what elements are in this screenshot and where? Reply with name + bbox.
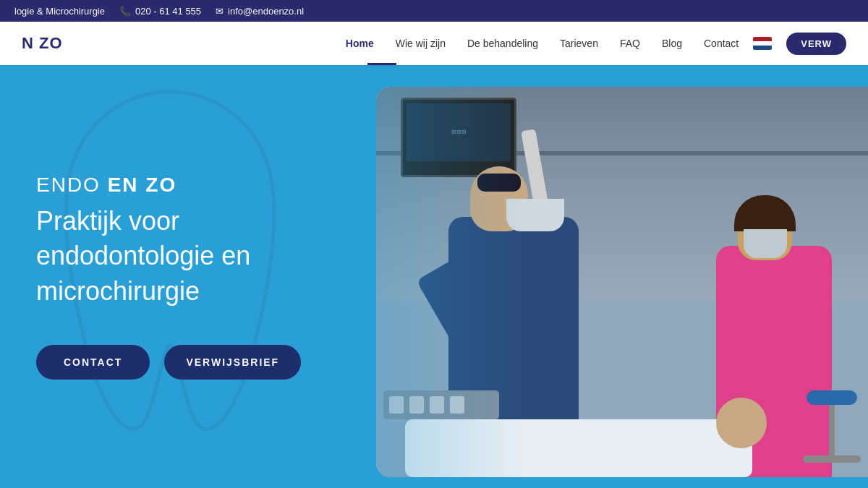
nav-item-blog[interactable]: Blog (662, 37, 682, 50)
hero-content: ENDO EN ZO Praktijk voor endodontologie … (0, 174, 362, 380)
dental-scene: ⊞⊞⊞ (376, 87, 868, 477)
nav-item-contact[interactable]: Contact (704, 37, 739, 50)
email-address: info@endoenzo.nl (228, 6, 304, 17)
instrument-tray (383, 390, 499, 419)
verwijzing-button[interactable]: VERW (786, 33, 846, 55)
flag-nl-icon (753, 37, 772, 50)
nav-item-faq[interactable]: FAQ (620, 37, 640, 50)
assistant-hair (734, 195, 796, 231)
tray-items (383, 390, 499, 419)
hero-subtitle-line1: Praktijk voor (36, 206, 179, 236)
stool-base (803, 455, 861, 463)
nav-link-wie[interactable]: Wie wij zijn (396, 38, 446, 49)
hero-brand: ENDO EN ZO (36, 174, 326, 197)
instrument-2 (409, 396, 424, 414)
nav-item-behandeling[interactable]: De behandeling (467, 37, 538, 50)
nav-link-contact[interactable]: Contact (704, 38, 739, 49)
instrument-1 (389, 396, 404, 414)
patient-head (716, 398, 767, 448)
topbar-brand-text: logie & Microchirurgie (14, 6, 105, 17)
stool (803, 390, 861, 463)
hero-brand-endo: ENDO (36, 174, 108, 196)
hero-brand-en-zo: EN ZO (108, 174, 177, 196)
hero-section: ENDO EN ZO Praktijk voor endodontologie … (0, 65, 868, 488)
site-logo[interactable]: N ZO (22, 34, 63, 53)
navbar: N ZO Home Wie wij zijn De behandeling Ta… (0, 22, 868, 65)
stool-seat (807, 390, 857, 405)
hero-subtitle: Praktijk voor endodontologie en microchi… (36, 204, 326, 309)
topbar-email: ✉ info@endoenzo.nl (216, 6, 304, 17)
stool-leg (829, 405, 835, 455)
hero-buttons: CONTACT VERWIJSBRIEF (36, 345, 326, 380)
topbar: logie & Microchirurgie 📞 020 - 61 41 555… (0, 0, 868, 22)
doctor-goggles (477, 174, 521, 192)
assistant-mask (744, 229, 787, 258)
hero-subtitle-line3: microchirurgie (36, 276, 200, 306)
nav-link-home[interactable]: Home (346, 38, 374, 49)
phone-icon: 📞 (119, 6, 131, 17)
hero-image: ⊞⊞⊞ (376, 87, 868, 477)
contact-button[interactable]: CONTACT (36, 345, 150, 380)
instrument-4 (450, 396, 464, 414)
assistant-head (738, 199, 792, 260)
doctor-mask (506, 199, 564, 231)
hero-subtitle-line2: endodontologie en (36, 241, 250, 270)
doctor-head (470, 166, 528, 231)
nav-link-blog[interactable]: Blog (662, 38, 682, 49)
language-flag[interactable] (753, 37, 772, 50)
phone-number: 020 - 61 41 555 (135, 6, 201, 17)
email-icon: ✉ (216, 6, 224, 17)
topbar-brand: logie & Microchirurgie (14, 6, 105, 17)
nav-link-tarieven[interactable]: Tarieven (560, 38, 598, 49)
nav-link-behandeling[interactable]: De behandeling (467, 38, 538, 49)
nav-active-underline (367, 63, 396, 65)
verwijsbrief-button[interactable]: VERWIJSBRIEF (164, 345, 301, 380)
nav-item-tarieven[interactable]: Tarieven (560, 37, 598, 50)
nav-links: Home Wie wij zijn De behandeling Tarieve… (346, 37, 739, 50)
topbar-phone: 📞 020 - 61 41 555 (119, 6, 201, 17)
instrument-3 (430, 396, 444, 414)
patient-figure (405, 419, 752, 477)
nav-item-home[interactable]: Home (346, 37, 374, 50)
nav-item-wie[interactable]: Wie wij zijn (396, 37, 446, 50)
nav-link-faq[interactable]: FAQ (620, 38, 640, 49)
